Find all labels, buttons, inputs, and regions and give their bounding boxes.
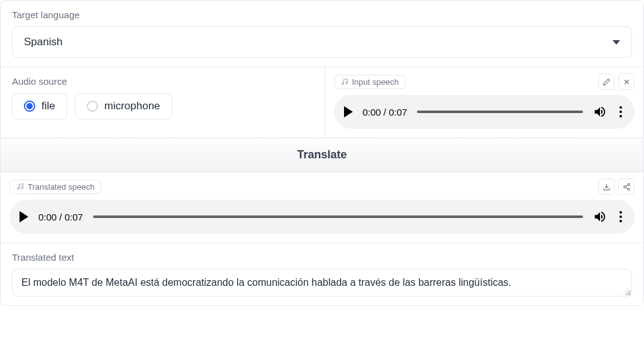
volume-icon — [593, 210, 607, 224]
caret-down-icon — [613, 40, 620, 45]
volume-button[interactable] — [593, 105, 607, 119]
translated-audio-seek[interactable] — [93, 215, 583, 218]
target-language-select[interactable]: Spanish — [12, 26, 632, 58]
translated-speech-label: Translated speech — [28, 182, 94, 192]
close-icon — [623, 78, 631, 86]
share-icon — [623, 183, 631, 191]
edit-button[interactable] — [598, 74, 614, 90]
resize-handle-icon — [623, 287, 630, 295]
audio-source-microphone-option[interactable]: microphone — [75, 93, 172, 119]
audio-source-label: Audio source — [12, 76, 313, 87]
input-speech-label: Input speech — [352, 77, 399, 87]
target-language-label: Target language — [12, 9, 632, 20]
input-speech-chip: Input speech — [334, 75, 406, 89]
input-audio-seek[interactable] — [417, 111, 583, 113]
translated-audio-player: 0:00 / 0:07 — [9, 200, 635, 234]
audio-menu-button[interactable] — [617, 106, 625, 117]
target-language-value: Spanish — [24, 36, 62, 48]
audio-menu-button[interactable] — [617, 211, 625, 222]
input-audio-player: 0:00 / 0:07 — [334, 95, 635, 129]
audio-source-microphone-label: microphone — [104, 100, 160, 112]
play-button[interactable] — [344, 106, 353, 117]
svg-point-6 — [628, 188, 630, 190]
svg-point-3 — [21, 187, 23, 189]
svg-point-4 — [628, 183, 630, 185]
translated-text-label: Translated text — [12, 252, 632, 263]
translated-speech-chip: Translated speech — [9, 180, 101, 194]
audio-source-file-option[interactable]: file — [12, 93, 67, 119]
input-audio-time: 0:00 / 0:07 — [363, 107, 408, 117]
play-button[interactable] — [19, 211, 28, 222]
pencil-icon — [602, 78, 611, 86]
svg-point-2 — [18, 188, 19, 190]
share-button[interactable] — [618, 178, 635, 195]
music-icon — [16, 183, 24, 190]
svg-point-0 — [341, 83, 343, 85]
clear-button[interactable] — [618, 74, 635, 90]
translated-text-value: El modelo M4T de MetaAI está democratiza… — [21, 277, 511, 288]
svg-point-5 — [623, 185, 625, 187]
translated-text-output[interactable]: El modelo M4T de MetaAI está democratiza… — [12, 269, 632, 297]
radio-icon — [24, 101, 35, 112]
volume-button[interactable] — [593, 210, 607, 224]
download-button[interactable] — [598, 178, 614, 195]
radio-icon — [87, 101, 98, 112]
volume-icon — [593, 105, 607, 119]
svg-point-1 — [345, 82, 347, 84]
translated-audio-time: 0:00 / 0:07 — [38, 212, 83, 222]
audio-source-file-label: file — [42, 100, 55, 112]
download-icon — [602, 183, 611, 191]
translate-button[interactable]: Translate — [1, 138, 643, 172]
music-icon — [341, 78, 348, 85]
